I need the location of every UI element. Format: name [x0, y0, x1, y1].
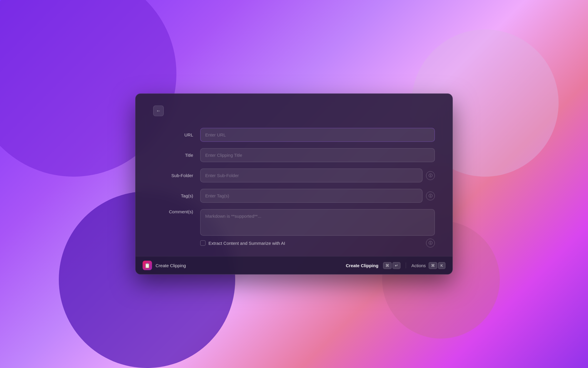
comments-row: Comment(s)	[153, 209, 435, 236]
subfolder-info-icon[interactable]: ⓘ	[426, 171, 435, 180]
actions-shortcut-group: ⌘ K	[429, 262, 445, 269]
tags-row: Tag(s) ⓘ	[153, 189, 435, 203]
subfolder-label: Sub-Folder	[153, 173, 200, 178]
actions-button[interactable]: Actions	[411, 263, 426, 268]
kbd-k: K	[438, 262, 445, 269]
subfolder-row: Sub-Folder ⓘ	[153, 169, 435, 183]
kbd-enter: ↵	[392, 262, 400, 269]
footer-divider	[406, 263, 406, 268]
subfolder-input[interactable]	[200, 169, 422, 183]
create-clipping-button[interactable]: Create Clipping	[346, 263, 378, 268]
window-footer: 📋 Create Clipping Create Clipping ⌘ ↵ Ac…	[136, 256, 452, 274]
ai-checkbox-wrapper: Extract Content and Summarize with AI	[200, 241, 419, 246]
form: URL Title Sub-Folder ⓘ Tag(s)	[153, 128, 435, 236]
url-input[interactable]	[200, 128, 435, 142]
back-arrow-icon: ←	[156, 108, 161, 114]
ai-checkbox[interactable]	[200, 241, 206, 246]
kbd-cmd-2: ⌘	[429, 262, 437, 269]
footer-right: Create Clipping ⌘ ↵ Actions ⌘ K	[346, 262, 445, 269]
title-input[interactable]	[200, 148, 435, 162]
subfolder-input-group: ⓘ	[200, 169, 435, 183]
create-shortcut-group: ⌘ ↵	[383, 262, 400, 269]
app-icon-symbol: 📋	[144, 263, 150, 268]
app-icon: 📋	[143, 261, 152, 270]
title-label: Title	[153, 153, 200, 158]
back-button[interactable]: ←	[153, 106, 164, 116]
title-row: Title	[153, 148, 435, 162]
comments-textarea[interactable]	[200, 209, 435, 236]
kbd-cmd: ⌘	[383, 262, 392, 269]
footer-app-title: Create Clipping	[156, 263, 186, 268]
url-row: URL	[153, 128, 435, 142]
window-body: ← URL Title Sub-Folder ⓘ	[136, 94, 452, 253]
ai-checkbox-row: Extract Content and Summarize with AI ⓘ	[153, 236, 435, 253]
comments-label: Comment(s)	[153, 209, 200, 214]
tags-info-icon[interactable]: ⓘ	[426, 191, 435, 200]
tags-label: Tag(s)	[153, 193, 200, 198]
url-label: URL	[153, 132, 200, 137]
tags-input[interactable]	[200, 189, 422, 203]
main-window: ← URL Title Sub-Folder ⓘ	[135, 94, 453, 275]
footer-left: 📋 Create Clipping	[143, 261, 186, 270]
tags-input-group: ⓘ	[200, 189, 435, 203]
ai-info-icon[interactable]: ⓘ	[426, 239, 435, 248]
ai-checkbox-label: Extract Content and Summarize with AI	[208, 241, 285, 246]
